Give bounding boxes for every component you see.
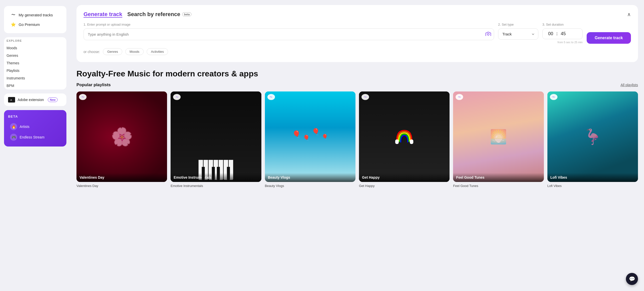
sidebar-item-bpm[interactable]: BPM (4, 82, 66, 89)
svg-point-2 (487, 33, 489, 35)
wave-badge-lofi: 〜 (550, 94, 557, 100)
endless-stream-label: Endless Stream (20, 135, 45, 139)
duration-seconds[interactable] (559, 31, 568, 36)
beta-card: BETA 🔥 Artists 🎮 Endless Stream (4, 110, 66, 147)
all-playlists-link[interactable]: All playlists (621, 83, 638, 87)
section-title: Royalty-Free Music for modern creators &… (76, 69, 638, 78)
list-item[interactable]: 〜 Emotive Instrumentals Emotive Instrume… (171, 91, 261, 188)
type-select[interactable]: Track Loop Stem (498, 28, 538, 40)
duration-hint: from 5 sec to 25 min (542, 41, 583, 44)
sidebar-item-label: Go Premium (19, 22, 40, 27)
playlists-grid: 🌸 〜 Valentines Day Valentines Day (76, 91, 638, 188)
playlist-thumbnail-happy (359, 91, 450, 182)
explore-heading: EXPLORE (4, 39, 66, 44)
list-item[interactable]: 〜 Get Happy Get Happy (359, 91, 450, 188)
adobe-icon: A (8, 97, 15, 103)
wave-badge-valentines: 〜 (79, 94, 87, 100)
duration-minutes[interactable] (546, 31, 555, 36)
sidebar-item-playlists[interactable]: Playlists (4, 67, 66, 74)
explore-card: EXPLORE Moods Genres Themes Playlists In… (4, 37, 66, 89)
type-section: 2. Set type Track Loop Stem (498, 23, 538, 40)
playlist-card-happy[interactable]: 〜 Get Happy (359, 91, 450, 182)
collapse-button[interactable]: ∧ (627, 11, 631, 17)
list-item[interactable]: 🌅 〜 Feel Good Tunes Feel Good Tunes (453, 91, 544, 188)
tag-activities[interactable]: Activities (147, 48, 168, 55)
playlist-card-beauty[interactable]: 🎈 🎈 🎈 🎈 〜 Beauty Vlogs (265, 91, 355, 182)
list-item[interactable]: 🦩 〜 Lofi Vibes Lofi Vibes (547, 91, 638, 188)
prompt-section: 1. Enter prompt or upload image (84, 23, 494, 40)
playlist-thumbnail-emotive (171, 91, 261, 182)
step3-label: 3. Set duration (542, 23, 583, 26)
tab-generate-track[interactable]: Generate track (84, 11, 122, 18)
top-nav-card: 〜 My generated tracks ⭐ Go Premium (4, 6, 66, 33)
playlist-label-emotive: Emotive Instrumentals (171, 173, 261, 182)
game-icon: 🎮 (10, 134, 17, 141)
artists-label: Artists (20, 125, 29, 129)
sidebar-item-genres[interactable]: Genres (4, 52, 66, 59)
duration-section: 3. Set duration : from 5 sec to 25 min (542, 23, 583, 44)
popular-section: Royalty-Free Music for modern creators &… (76, 69, 638, 188)
step2-label: 2. Set type (498, 23, 538, 26)
prompt-input-wrap (84, 28, 494, 40)
sidebar-item-artists[interactable]: 🔥 Artists (8, 121, 62, 132)
playlist-thumbnail-feelgood: 🌅 (453, 91, 544, 182)
sidebar: 〜 My generated tracks ⭐ Go Premium EXPLO… (0, 0, 70, 291)
playlist-label-lofi: Lofi Vibes (547, 173, 638, 182)
adobe-extension-card[interactable]: A Adobe extension New (4, 93, 66, 106)
tab-search-reference[interactable]: Search by reference beta (127, 11, 191, 18)
playlist-thumbnail-valentines: 🌸 (76, 91, 167, 182)
generate-track-button[interactable]: Generate track (587, 32, 631, 44)
sidebar-item-moods[interactable]: Moods (4, 44, 66, 52)
tag-genres[interactable]: Genres (103, 48, 122, 55)
playlist-label-valentines: Valentines Day (76, 173, 167, 182)
playlist-thumbnail-beauty: 🎈 🎈 🎈 🎈 (265, 91, 355, 182)
generate-card: Generate track Search by reference beta … (76, 5, 638, 62)
svg-rect-3 (395, 139, 399, 144)
sidebar-item-themes[interactable]: Themes (4, 59, 66, 67)
section-header: Popular playlists All playlists (76, 82, 638, 87)
sidebar-item-my-generated-tracks[interactable]: 〜 My generated tracks (8, 10, 62, 20)
playlist-name-feelgood: Feel Good Tunes (453, 184, 544, 188)
or-choose-row: or choose: Genres Moods Activities (84, 48, 631, 55)
wave-icon: 〜 (11, 12, 16, 18)
playlist-label-beauty: Beauty Vlogs (265, 173, 355, 182)
chat-button[interactable]: 💬 (626, 273, 638, 285)
step1-label: 1. Enter prompt or upload image (84, 23, 494, 26)
playlist-card-feelgood[interactable]: 🌅 〜 Feel Good Tunes (453, 91, 544, 182)
tag-moods[interactable]: Moods (125, 48, 144, 55)
sidebar-item-endless-stream[interactable]: 🎮 Endless Stream (8, 132, 62, 142)
playlist-name-happy: Get Happy (359, 184, 450, 188)
duration-inputs: : (542, 28, 583, 39)
sidebar-item-go-premium[interactable]: ⭐ Go Premium (8, 20, 62, 29)
adobe-label: Adobe extension (18, 98, 44, 102)
beta-badge: beta (182, 12, 191, 16)
new-badge: New (48, 98, 58, 102)
wave-badge-happy: 〜 (361, 94, 369, 100)
beta-label: BETA (8, 115, 62, 118)
playlist-card-emotive[interactable]: 〜 Emotive Instrumentals (171, 91, 261, 182)
chat-icon: 💬 (629, 276, 635, 282)
playlist-thumbnail-lofi: 🦩 (547, 91, 638, 182)
main-content: Generate track Search by reference beta … (70, 0, 644, 291)
list-item[interactable]: 🎈 🎈 🎈 🎈 〜 Beauty Vlogs Beauty Vlogs (265, 91, 355, 188)
list-item[interactable]: 🌸 〜 Valentines Day Valentines Day (76, 91, 167, 188)
fire-icon: 🔥 (10, 123, 17, 130)
sidebar-item-label: My generated tracks (19, 13, 53, 17)
wave-badge-beauty: 〜 (267, 94, 275, 100)
camera-upload-button[interactable] (486, 31, 491, 37)
prompt-input[interactable] (84, 28, 494, 40)
playlist-card-valentines[interactable]: 🌸 〜 Valentines Day (76, 91, 167, 182)
chevron-up-icon: ∧ (627, 12, 631, 17)
svg-rect-4 (410, 139, 413, 144)
or-choose-label: or choose: (84, 50, 100, 54)
playlist-name-lofi: Lofi Vibes (547, 184, 638, 188)
playlist-name-valentines: Valentines Day (76, 184, 167, 188)
sidebar-item-instruments[interactable]: Instruments (4, 74, 66, 82)
star-icon: ⭐ (11, 22, 16, 27)
form-row: 1. Enter prompt or upload image 2. Set t… (84, 23, 631, 44)
duration-separator: : (556, 31, 558, 36)
playlist-name-emotive: Emotive Instrumentals (171, 184, 261, 188)
playlist-name-beauty: Beauty Vlogs (265, 184, 355, 188)
playlist-card-lofi[interactable]: 🦩 〜 Lofi Vibes (547, 91, 638, 182)
svg-text:A: A (10, 99, 12, 101)
